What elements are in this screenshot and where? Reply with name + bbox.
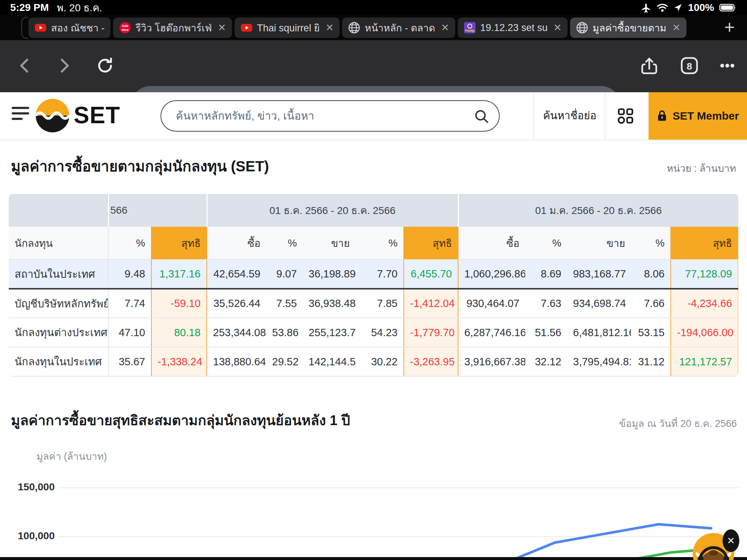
cell: 77,128.09 (671, 260, 738, 289)
table-row-1[interactable]: สถาบันในประเทศ9.481,317.1642,654.599.073… (9, 260, 738, 289)
cell: 51.56 (525, 318, 567, 347)
table-row-4[interactable]: นักลงทุนในประเทศ35.67-1,338.24138,880.64… (9, 347, 738, 376)
tab-close-icon[interactable]: ✕ (553, 22, 562, 34)
column-header-5: ขาย (303, 227, 356, 260)
cell: 1,317.16 (151, 260, 207, 289)
tab-overview-icon[interactable]: 8 (679, 55, 700, 76)
site-search (160, 100, 500, 132)
column-header-3: ซื้อ (207, 227, 266, 260)
cell: 121,172.57 (671, 347, 738, 376)
search-icon[interactable] (473, 108, 489, 124)
date: พ. 20 ธ.ค. (57, 0, 102, 16)
group-header-3: 01 ม.ค. 2566 - 20 ธ.ค. 2566 (458, 194, 738, 227)
youtube-favicon-icon (34, 22, 47, 34)
more-menu-icon[interactable] (717, 55, 738, 76)
group-header-1: 566 (108, 194, 207, 227)
cumulative-net-value-chart (0, 474, 747, 559)
as-of-date: ข้อมูล ณ วันที่ 20 ธ.ค. 2566 (619, 416, 737, 431)
tab-close-icon[interactable]: ✕ (441, 22, 449, 34)
set-member-label: SET Member (673, 110, 739, 122)
clock: 5:29 PM (10, 2, 49, 13)
column-header-0: นักลงทุน (9, 227, 108, 260)
investor-name: นักลงทุนต่างประเทศ (9, 318, 108, 347)
set-logo[interactable] (35, 98, 70, 133)
cell: 138,880.64 (207, 347, 266, 376)
investor-trading-table: 56601 ธ.ค. 2566 - 20 ธ.ค. 256601 ม.ค. 25… (9, 194, 738, 377)
back-button[interactable] (15, 56, 34, 75)
cell: -194,066.00 (671, 318, 738, 347)
browser-tab-3[interactable]: Thai squirrel ยิ✕ (235, 18, 340, 38)
browser-toolbar: set.or.th 8 (0, 40, 747, 92)
share-icon[interactable] (639, 55, 659, 76)
column-header-4: % (266, 227, 303, 260)
svg-text:Pantip: Pantip (465, 29, 475, 32)
battery-percent: 100% (688, 2, 714, 13)
cell: 934,698.74 (567, 289, 631, 318)
globe-favicon-icon (576, 22, 588, 34)
cell: -1,779.70 (404, 318, 458, 347)
tab-title: มูลค่าซื้อขายตาม (593, 20, 666, 36)
cell: 7.66 (631, 289, 671, 318)
chart-y-axis-label: มูลค่า (ล้านบาท) (36, 448, 107, 464)
cell: 35,526.44 (207, 289, 266, 318)
cell: 6,455.70 (404, 260, 458, 289)
cell: 54.23 (356, 318, 404, 347)
browser-tab-1[interactable]: สอง ณัชชา - (28, 18, 111, 38)
tab-close-icon[interactable]: ✕ (218, 22, 226, 34)
symbol-lookup-button[interactable]: ค้นหาชื่อย่อ (535, 92, 604, 139)
header-divider (533, 92, 534, 140)
page-title: มูลค่าการซื้อขายตามกลุ่มนักลงทุน (SET) (11, 155, 269, 178)
cell: 6,287,746.16 (458, 318, 525, 347)
browser-tab-6[interactable]: มูลค่าซื้อขายตาม✕ (570, 18, 686, 38)
status-bar: 5:29 PM พ. 20 ธ.ค. 100% (0, 0, 747, 15)
column-header-6: % (356, 227, 404, 260)
browser-tab-2[interactable]: SaleHereรีวิว โฮต๊อกพาร์เฟ่✕ (113, 18, 232, 38)
cell: 9.48 (108, 260, 151, 289)
cell: 7.74 (108, 289, 151, 318)
reload-button[interactable] (96, 56, 115, 75)
group-header-2: 01 ธ.ค. 2566 - 20 ธ.ค. 2566 (207, 194, 458, 227)
set-member-button[interactable]: SET Member (649, 92, 747, 140)
tab-close-icon[interactable]: ✕ (325, 22, 334, 34)
tab-close-icon[interactable]: ✕ (672, 22, 681, 34)
tab-title: รีวิว โฮต๊อกพาร์เฟ่ (136, 20, 212, 36)
column-header-8: ซื้อ (458, 227, 525, 260)
investor-name: สถาบันในประเทศ (9, 260, 108, 289)
mascot-close-button[interactable]: ✕ (723, 529, 739, 552)
investor-table: 56601 ธ.ค. 2566 - 20 ธ.ค. 256601 ม.ค. 25… (9, 194, 738, 377)
tab-title: สอง ณัชชา - (51, 20, 105, 36)
ipad-safari-screen: 5:29 PM พ. 20 ธ.ค. 100% สอง ณัชชา -SaleH… (0, 0, 747, 560)
cell: 80.18 (151, 318, 207, 347)
column-header-2: สุทธิ (151, 227, 207, 260)
cell: 930,464.07 (458, 289, 525, 318)
cell: 42,654.59 (207, 260, 266, 289)
table-row-3[interactable]: นักลงทุนต่างประเทศ47.1080.18253,344.0853… (9, 318, 738, 347)
cell: 3,795,494.81 (567, 347, 631, 376)
column-header-12: สุทธิ (671, 227, 738, 260)
svg-text:Here: Here (121, 28, 128, 32)
cell: 36,938.48 (303, 289, 356, 318)
forward-button[interactable] (55, 56, 74, 75)
cell: 7.85 (356, 289, 404, 318)
browser-tab-5[interactable]: Pantip19.12.23 set su✕ (458, 18, 568, 38)
browser-tab-4[interactable]: หน้าหลัก - ตลาด✕ (342, 18, 455, 38)
apps-grid-icon[interactable] (617, 108, 634, 124)
cell: -59.10 (151, 289, 207, 318)
chart-line-blue (512, 524, 711, 559)
column-header-7: สุทธิ (404, 227, 458, 260)
tab-title: 19.12.23 set su (480, 22, 548, 34)
cell: 29.52 (266, 347, 303, 376)
table-row-2[interactable]: บัญชีบริษัทหลักทรัพย์7.74-59.1035,526.44… (9, 289, 738, 318)
home-indicator-bar (0, 557, 747, 560)
airplane-mode-icon (640, 2, 651, 13)
new-tab-button[interactable]: + (720, 18, 739, 37)
battery-icon (719, 3, 737, 12)
menu-icon[interactable] (12, 107, 30, 124)
cell: 255,123.78 (303, 318, 356, 347)
cell: -4,234.66 (671, 289, 738, 318)
cell: 8.06 (631, 260, 671, 289)
column-header-11: % (631, 227, 671, 260)
search-input[interactable] (175, 103, 463, 129)
cell: 7.55 (266, 289, 303, 318)
svg-text:8: 8 (687, 61, 692, 72)
